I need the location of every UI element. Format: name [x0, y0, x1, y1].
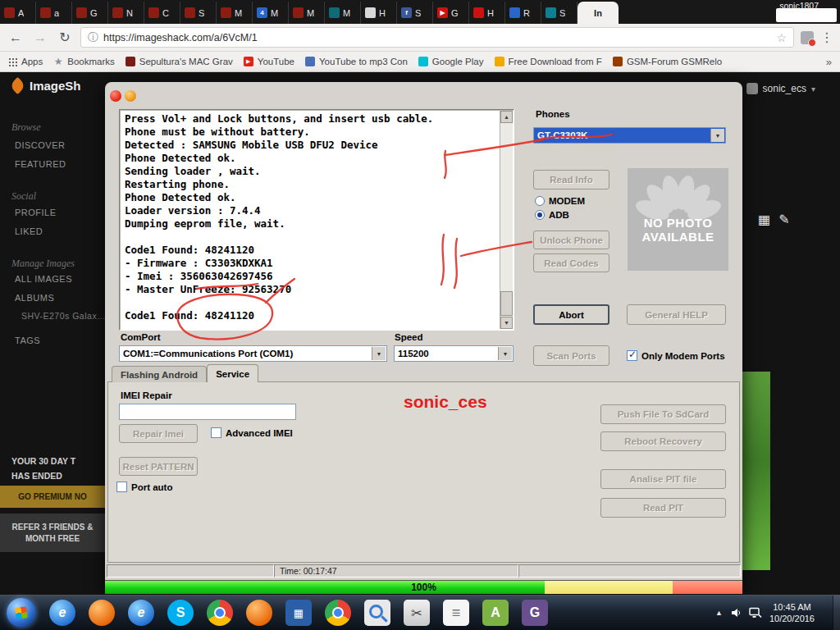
show-desktop-button[interactable] [833, 596, 840, 630]
browser-tab[interactable]: M [289, 2, 325, 24]
unlock-phone-button[interactable]: Unlock Phone [533, 231, 609, 249]
bookmark-item[interactable]: YouTube to mp3 Con [305, 57, 408, 66]
browser-tab[interactable]: 4M [253, 2, 289, 24]
bookmark-apps[interactable]: Apps [8, 57, 43, 66]
edit-icon[interactable] [778, 212, 789, 227]
android-tool-icon[interactable]: A [482, 600, 509, 626]
imei-input[interactable] [119, 404, 296, 420]
firefox-icon[interactable] [246, 600, 272, 626]
analise-pit-file-button[interactable]: Analise PIT file [600, 469, 726, 489]
port-auto-checkbox[interactable] [116, 482, 127, 492]
minimize-button[interactable] [125, 90, 136, 102]
go-premium-button[interactable]: GO PREMIUM NO [0, 486, 105, 508]
sidebar-item-albums[interactable]: ALBUMS [15, 293, 54, 303]
snipping-tool-icon[interactable] [404, 600, 430, 626]
adb-radio[interactable] [535, 210, 545, 220]
tab-service[interactable]: Service [207, 364, 258, 382]
chrome-icon[interactable] [207, 600, 233, 626]
port-auto-row[interactable]: Port auto [116, 482, 172, 492]
browser-tab[interactable]: C [144, 2, 180, 24]
browser-tab[interactable]: N [108, 2, 144, 24]
browser-menu-icon[interactable] [820, 30, 833, 45]
reboot-recovery-button[interactable]: Reboot Recovery [600, 431, 726, 451]
sidebar-item-discover[interactable]: DISCOVER [15, 140, 65, 150]
bookmark-item[interactable]: Free Download from F [495, 57, 602, 66]
user-menu[interactable]: sonic_ecs [746, 83, 815, 94]
internet-explorer-icon[interactable]: e [49, 600, 75, 626]
browser-tab[interactable]: S [541, 2, 578, 24]
browser-tab[interactable]: M [217, 2, 253, 24]
only-modem-ports-checkbox[interactable] [627, 350, 637, 361]
sidebar-item-profile[interactable]: PROFILE [15, 208, 57, 217]
read-info-button[interactable]: Read Info [533, 170, 609, 189]
browser-tab[interactable]: S [180, 2, 217, 24]
browser-tab[interactable]: G [72, 2, 108, 24]
modem-radio[interactable] [535, 196, 545, 206]
scan-ports-button[interactable]: Scan Ports [533, 345, 609, 366]
bookmark-youtube[interactable]: ▶YouTube [244, 57, 294, 66]
scroll-down-icon[interactable] [500, 317, 513, 329]
phones-dropdown[interactable]: GT-C3303K [533, 127, 726, 144]
browser-tab[interactable]: ▶G [433, 2, 469, 24]
read-codes-button[interactable]: Read Codes [533, 253, 609, 272]
start-button[interactable] [7, 598, 36, 628]
sidebar-item-all-images[interactable]: ALL IMAGES [15, 274, 72, 284]
repair-imei-button[interactable]: Repair Imei [119, 424, 198, 443]
browser-tab[interactable]: M [325, 2, 361, 24]
skype-icon[interactable]: S [167, 600, 194, 626]
reset-pattern-button[interactable]: Reset PATTERN [119, 457, 198, 476]
browser-tab[interactable]: H [469, 2, 505, 24]
adb-radio-row[interactable]: ADB [535, 210, 569, 220]
sidebar-item-liked[interactable]: LIKED [15, 226, 43, 236]
abort-button[interactable]: Abort [533, 304, 609, 325]
sidebar-item-album[interactable]: SHV-E270s Galax... [21, 311, 105, 321]
push-file-to-sdcard-button[interactable]: Push File To SdCard [600, 404, 726, 424]
search-tool-icon[interactable] [364, 600, 390, 626]
dropdown-arrow-icon[interactable] [372, 347, 386, 360]
back-icon[interactable] [7, 30, 25, 45]
bookmarks-overflow-icon[interactable]: » [826, 56, 832, 68]
gimp-icon[interactable]: G [522, 600, 548, 626]
clock[interactable]: 10:45 AM 10/20/2016 [769, 601, 815, 624]
log-scrollbar[interactable] [500, 111, 513, 329]
bookmark-item[interactable]: Sepultura's MAC Grav [126, 57, 233, 66]
comport-dropdown[interactable]: COM1:=Communications Port (COM1) [119, 345, 387, 362]
sidebar-item-tags[interactable]: TAGS [15, 336, 40, 345]
grid-view-icon[interactable] [758, 212, 770, 227]
speed-dropdown[interactable]: 115200 [394, 345, 514, 362]
close-button[interactable] [110, 90, 121, 102]
browser-tab-active[interactable]: In [578, 2, 619, 24]
sidebar-item-featured[interactable]: FEATURED [15, 159, 66, 169]
read-pit-button[interactable]: Read PIT [600, 498, 726, 518]
reload-icon[interactable] [56, 30, 74, 45]
only-modem-ports-row[interactable]: Only Modem Ports [627, 350, 725, 361]
tab-flashing-android[interactable]: Flashing Android [112, 366, 207, 382]
dropdown-arrow-icon[interactable] [498, 347, 512, 360]
forward-icon[interactable] [31, 30, 49, 45]
chrome-icon[interactable] [325, 600, 351, 626]
bookmark-google-play[interactable]: Google Play [418, 57, 484, 66]
dropdown-arrow-icon[interactable] [710, 129, 724, 142]
bookmark-bookmarks[interactable]: Bookmarks [53, 57, 115, 66]
extension-icon[interactable] [801, 31, 814, 44]
browser-tab[interactable]: R [505, 2, 541, 24]
browser-tab[interactable]: fS [397, 2, 433, 24]
advanced-imei-row[interactable]: Advanced IMEI [211, 427, 293, 438]
scroll-up-icon[interactable] [500, 111, 513, 123]
speaker-icon[interactable] [730, 607, 742, 619]
browser-tab[interactable]: a [36, 2, 72, 24]
site-info-icon[interactable] [88, 30, 98, 45]
refer-friends-button[interactable]: REFER 3 FRIENDS & MONTH FREE [0, 514, 105, 552]
bookmark-star-icon[interactable] [776, 31, 787, 44]
notepad-icon[interactable]: ≡ [443, 600, 469, 626]
network-icon[interactable] [749, 607, 762, 619]
internet-explorer-icon[interactable]: e [128, 600, 154, 626]
firefox-icon[interactable] [89, 600, 115, 626]
modem-radio-row[interactable]: MODEM [535, 196, 585, 206]
bookmark-gsm-forum[interactable]: GSM-Forum GSMRelo [613, 57, 722, 66]
scroll-thumb[interactable] [500, 291, 513, 316]
advanced-imei-checkbox[interactable] [211, 427, 221, 438]
log-output[interactable]: Press Vol+ and Lock buttons, and insert … [119, 109, 514, 331]
address-bar[interactable]: https://imageshack.com/a/6VcM/1 [80, 27, 794, 48]
browser-tab[interactable]: A [0, 2, 36, 24]
